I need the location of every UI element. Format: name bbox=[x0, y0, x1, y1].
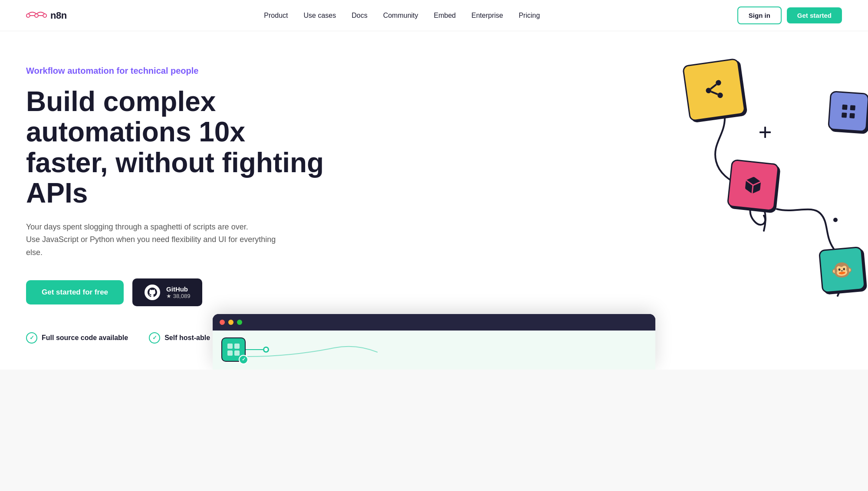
github-button[interactable]: GitHub ★ 38,089 bbox=[132, 278, 202, 306]
github-icon bbox=[145, 285, 160, 300]
navbar: n8n Product Use cases Docs Community Emb… bbox=[0, 0, 868, 31]
check-icon-source: ✓ bbox=[26, 332, 37, 344]
svg-rect-13 bbox=[850, 105, 855, 110]
nav-item-enterprise[interactable]: Enterprise bbox=[471, 12, 503, 19]
logo-icon bbox=[26, 10, 47, 22]
svg-rect-12 bbox=[842, 105, 847, 110]
svg-point-2 bbox=[43, 14, 46, 17]
hero-content: Workflow automation for technical people… bbox=[26, 66, 417, 344]
svg-rect-11 bbox=[760, 131, 771, 133]
svg-point-0 bbox=[26, 14, 30, 17]
preview-window-wrapper: ✓ bbox=[213, 314, 655, 370]
check-symbol: ✓ bbox=[242, 357, 246, 362]
window-dot-red bbox=[220, 320, 225, 325]
nav-item-community[interactable]: Community bbox=[383, 12, 418, 19]
node-check-badge: ✓ bbox=[239, 355, 248, 364]
window-content: ✓ bbox=[213, 331, 655, 370]
hero-title-line1: Build complex automations 10x bbox=[26, 86, 245, 147]
nav-item-pricing[interactable]: Pricing bbox=[519, 12, 540, 19]
box-icon bbox=[742, 174, 764, 196]
blue-block bbox=[828, 91, 868, 132]
window-title-bar bbox=[213, 314, 655, 331]
getstarted-nav-button[interactable]: Get started bbox=[787, 7, 842, 23]
svg-rect-14 bbox=[842, 112, 847, 118]
svg-line-8 bbox=[711, 91, 717, 95]
workflow-start-node: ✓ bbox=[221, 337, 246, 362]
grid-cell-4 bbox=[234, 350, 240, 356]
yellow-block bbox=[682, 58, 746, 122]
check-icon-self-host: ✓ bbox=[149, 332, 160, 344]
hero-title-line2: faster, without fighting APIs bbox=[26, 147, 324, 209]
grid-cell-2 bbox=[234, 344, 240, 349]
plus-decoration bbox=[760, 127, 771, 141]
svg-point-1 bbox=[35, 14, 38, 17]
trust-item-source-code: ✓ Full source code available bbox=[26, 332, 128, 344]
github-info: GitHub ★ 38,089 bbox=[166, 285, 190, 299]
grid-cell-3 bbox=[227, 350, 233, 356]
logo-link[interactable]: n8n bbox=[26, 10, 67, 22]
nav-item-use-cases[interactable]: Use cases bbox=[303, 12, 336, 19]
window-dot-green bbox=[237, 320, 242, 325]
svg-point-7 bbox=[717, 92, 723, 98]
hero-illustration: 🐵 bbox=[651, 49, 868, 318]
nav-item-product[interactable]: Product bbox=[264, 12, 288, 19]
hero-description: Your days spent slogging through a spagh… bbox=[26, 221, 321, 259]
signin-button[interactable]: Sign in bbox=[737, 7, 782, 24]
curve-preview bbox=[247, 339, 378, 365]
github-stars: ★ 38,089 bbox=[166, 293, 190, 299]
svg-rect-15 bbox=[849, 113, 855, 118]
get-started-free-button[interactable]: Get started for free bbox=[26, 280, 124, 304]
hero-title: Build complex automations 10x faster, wi… bbox=[26, 86, 356, 209]
grid-cell-1 bbox=[227, 344, 233, 349]
trust-label-self-host: Self host-able bbox=[164, 334, 210, 342]
nav-item-embed[interactable]: Embed bbox=[434, 12, 456, 19]
nav-item-docs[interactable]: Docs bbox=[352, 12, 367, 19]
teal-block: 🐵 bbox=[819, 246, 865, 293]
pink-block bbox=[727, 159, 779, 212]
window-dot-yellow bbox=[228, 320, 233, 325]
monkey-icon: 🐵 bbox=[830, 259, 854, 281]
github-label: GitHub bbox=[166, 285, 188, 293]
trust-label-source: Full source code available bbox=[42, 334, 128, 342]
logo-text: n8n bbox=[50, 10, 67, 21]
hero-tagline: Workflow automation for technical people bbox=[26, 66, 417, 76]
grid-icon bbox=[839, 102, 858, 121]
share-icon bbox=[702, 78, 726, 102]
hero-section: Workflow automation for technical people… bbox=[0, 31, 868, 370]
nav-links: Product Use cases Docs Community Embed E… bbox=[264, 12, 540, 20]
svg-line-16 bbox=[752, 185, 753, 193]
hero-buttons: Get started for free GitHub ★ 38,089 bbox=[26, 278, 417, 306]
svg-line-9 bbox=[710, 85, 717, 89]
nav-actions: Sign in Get started bbox=[737, 7, 842, 24]
dot-decoration bbox=[833, 218, 838, 222]
trust-item-self-host: ✓ Self host-able bbox=[149, 332, 210, 344]
preview-window: ✓ bbox=[213, 314, 655, 370]
